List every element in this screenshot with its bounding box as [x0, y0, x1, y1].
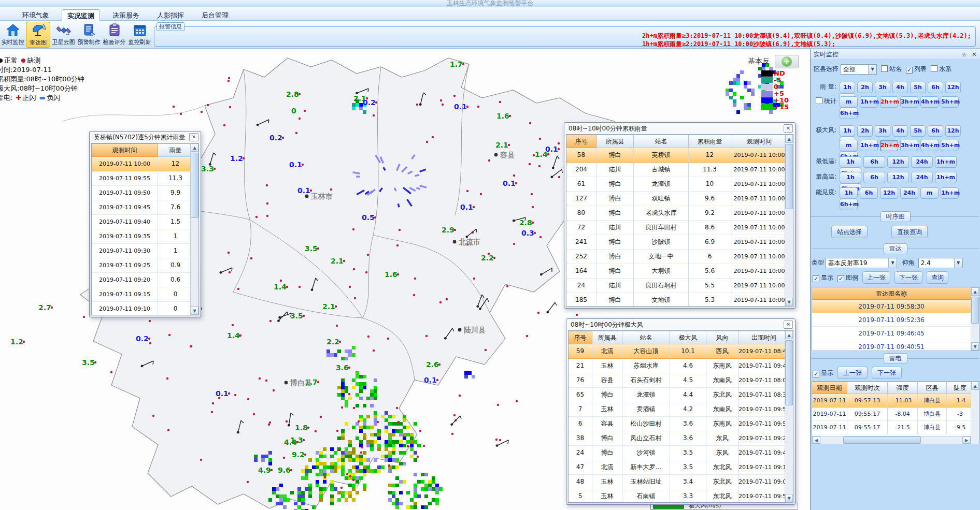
scroll-up-arrow[interactable]: ▲	[191, 143, 198, 152]
column-header-所属县[interactable]: 所属县	[592, 331, 622, 344]
visibility-button-24h[interactable]: 24h	[900, 187, 918, 199]
table-row[interactable]: 21玉林苏烟水库4.6东南风2019-07-11 09:49	[569, 359, 785, 373]
radar-type-select[interactable]: 基本反射率19▼	[826, 258, 897, 268]
column-header-区县[interactable]: 区县	[918, 382, 947, 394]
table-row[interactable]: 2019-07-1109:57:13-11.03博白县-1.4	[812, 394, 979, 407]
close-icon[interactable]: ✕	[189, 133, 198, 141]
scroll-thumb[interactable]	[843, 436, 921, 444]
checkbox-icon[interactable]: ✓	[906, 67, 913, 74]
table-row[interactable]: 127博白双旺镇9.62019-07-11 10:00	[566, 192, 785, 206]
visibility-button-1h[interactable]: 1h	[840, 187, 858, 199]
table-row[interactable]: 2019-07-1109:55:17-21.5博白县-9.511	[812, 421, 979, 434]
table-row[interactable]: 2019-07-11 09:401.5	[92, 215, 190, 229]
wind-minute-button-m[interactable]: m	[840, 140, 858, 151]
table-row[interactable]: 76容县石头石剑村4.5东南风2019-07-11 08:08	[569, 373, 785, 388]
table-row[interactable]: 38博白凤山立石村3.6东风2019-07-11 09:26	[569, 431, 785, 446]
column-header-强度[interactable]: 强度	[888, 382, 918, 394]
table-row[interactable]: 2019-07-11 09:351	[92, 229, 190, 244]
table-row[interactable]: 72陆川良田车田村8.62019-07-11 10:00	[566, 221, 785, 235]
wind-hour-button-4h[interactable]: 4h	[892, 125, 908, 137]
tmin-button-6h[interactable]: 6h	[863, 156, 885, 168]
radar-button-下一张[interactable]: 下一张	[894, 271, 922, 284]
scroll-thumb[interactable]	[785, 340, 793, 405]
rain-hour-button-4h[interactable]: 4h	[892, 82, 908, 93]
scroll-thumb[interactable]	[785, 144, 793, 209]
column-header-序号[interactable]: 序号	[566, 135, 596, 148]
table-row[interactable]: 24陆川良田石垌村5.52019-07-11 10:00	[566, 279, 785, 293]
lightning-check-show[interactable]: ✓显示	[813, 369, 833, 376]
scroll-up-arrow[interactable]: ▲	[785, 135, 793, 143]
rain-hour-button-3h[interactable]: 3h	[875, 82, 890, 93]
wind-rank-window[interactable]: 08时~10时00分钟极大风 ✕ 序号所属县站名极大风风向出现时间59北流大容山…	[566, 318, 796, 505]
table-row[interactable]: 2019-07-11 09:200.6	[92, 273, 190, 287]
scroll-right-arrow[interactable]: ▶	[962, 436, 971, 444]
column-header-风向[interactable]: 风向	[706, 331, 738, 344]
table-row[interactable]: 2019-07-11 09:150	[92, 287, 190, 302]
table-row[interactable]: 2019-07-11 09:509.9	[92, 186, 190, 200]
table-row[interactable]: 59北流大容山顶10.1西风2019-07-11 08:47	[569, 344, 785, 359]
lightning-button-上一张[interactable]: 上一张	[837, 367, 868, 379]
radar-list-item[interactable]: 2019-07-11 09:52:36	[812, 313, 971, 327]
scroll-up-arrow[interactable]: ▲	[971, 287, 979, 296]
radar-list-item[interactable]: 2019-07-11 09:40:51	[812, 340, 971, 351]
scroll-down-arrow[interactable]: ▼	[785, 494, 793, 502]
table-row[interactable]: 2019-07-11 09:457.6	[92, 200, 190, 215]
table-row[interactable]: 2019-07-11 09:5511.3	[92, 171, 190, 186]
visibility-button-6h+m[interactable]: 6h+m	[840, 199, 858, 210]
column-header-站名[interactable]: 站名	[622, 331, 670, 344]
radar-elevation-select[interactable]: 2.4▼	[918, 258, 963, 268]
tmax-button-1h+m[interactable]: 1h+m	[935, 172, 957, 183]
visibility-button-6h[interactable]: 6h	[860, 187, 878, 199]
table-row[interactable]: 241博白沙陂镇6.92019-07-11 10:00	[566, 235, 785, 250]
check-水系[interactable]: 水系	[931, 65, 951, 72]
toolbar-item-卫星云图[interactable]: 卫星云图	[51, 22, 76, 48]
horizontal-scrollbar[interactable]: ◀▶	[812, 436, 979, 444]
table-row[interactable]: 204陆川古城镇11.32019-07-11 10:00	[566, 163, 785, 177]
wind-minute-button-3h+m[interactable]: 3h+m	[900, 140, 918, 151]
table-row[interactable]: 2019-07-11 09:100	[92, 302, 190, 315]
column-header-站名[interactable]: 站名	[634, 135, 689, 148]
close-icon[interactable]: ✕	[784, 320, 793, 329]
tmax-button-12h[interactable]: 12h	[887, 172, 909, 183]
toolbar-item-雷达图[interactable]: 雷达图	[26, 22, 50, 48]
vertical-scrollbar[interactable]: ▲▼	[971, 287, 979, 351]
toolbar-item-实时监控[interactable]: 实时监控	[1, 22, 25, 48]
toolbar-item-检验评分[interactable]: 检验评分	[102, 22, 126, 48]
vertical-scrollbar[interactable]: ▲▼	[190, 143, 198, 315]
visibility-button-m[interactable]: m	[920, 187, 939, 199]
rain-hour-button-1h[interactable]: 1h	[840, 82, 855, 93]
rain-rank-window[interactable]: 08时~10时00分钟累积雨量 ✕ 序号所属县站名累积雨量观测时间58博白英桥镇…	[564, 122, 796, 309]
rain-minute-button-5h+m[interactable]: 5h+m	[941, 96, 959, 108]
visibility-button-1h+m[interactable]: 1h+m	[941, 187, 959, 199]
wind-minute-button-4h+m[interactable]: 4h+m	[920, 140, 939, 151]
wind-minute-button-1h+m[interactable]: 1h+m	[860, 140, 878, 151]
wind-hour-button-2h[interactable]: 2h	[857, 125, 873, 137]
vertical-scrollbar[interactable]: ▲▼	[785, 135, 793, 306]
checkbox-icon[interactable]: ✓	[813, 371, 819, 377]
rain-minute-button-4h+m[interactable]: 4h+m	[920, 96, 939, 108]
column-header-观测时间[interactable]: 观测时间	[731, 135, 788, 148]
checkbox-icon[interactable]: ✓	[837, 275, 844, 282]
column-header-雨量[interactable]: 雨量	[158, 143, 193, 157]
scroll-down-arrow[interactable]: ▼	[785, 298, 793, 306]
checkbox-icon[interactable]: ✓	[813, 275, 819, 282]
column-header-观测时间[interactable]: 观测时间	[92, 143, 158, 157]
tmax-button-24h[interactable]: 24h	[911, 172, 933, 183]
tmax-button-1h[interactable]: 1h	[840, 172, 861, 183]
wind-minute-button-5h+m[interactable]: 5h+m	[941, 140, 959, 151]
lightning-button-下一张[interactable]: 下一张	[872, 367, 902, 379]
radar-button-查询[interactable]: 查询	[927, 271, 948, 284]
radar-list-item[interactable]: 2019-07-11 09:58:30	[812, 300, 971, 313]
column-header-极大风[interactable]: 极大风	[670, 331, 706, 344]
wind-hour-button-3h[interactable]: 3h	[875, 125, 890, 137]
radar-check-图例[interactable]: ✓图例	[837, 274, 858, 281]
rain-hour-button-6h[interactable]: 6h	[928, 82, 943, 93]
rain-minute-button-m[interactable]: m	[840, 96, 858, 108]
rain-hour-button-5h[interactable]: 5h	[910, 82, 926, 93]
checkbox-icon[interactable]	[931, 65, 938, 72]
table-row[interactable]: 65博白龙潭镇4.4东北风2019-07-11 08:34	[569, 388, 785, 402]
column-header-序号[interactable]: 序号	[569, 331, 592, 344]
table-row[interactable]: 7玉林卖酒镇4.2东南风2019-07-11 09:59	[569, 402, 785, 417]
radar-button-上一张[interactable]: 上一张	[862, 271, 890, 284]
vertical-scrollbar[interactable]: ▲▼	[785, 331, 793, 502]
